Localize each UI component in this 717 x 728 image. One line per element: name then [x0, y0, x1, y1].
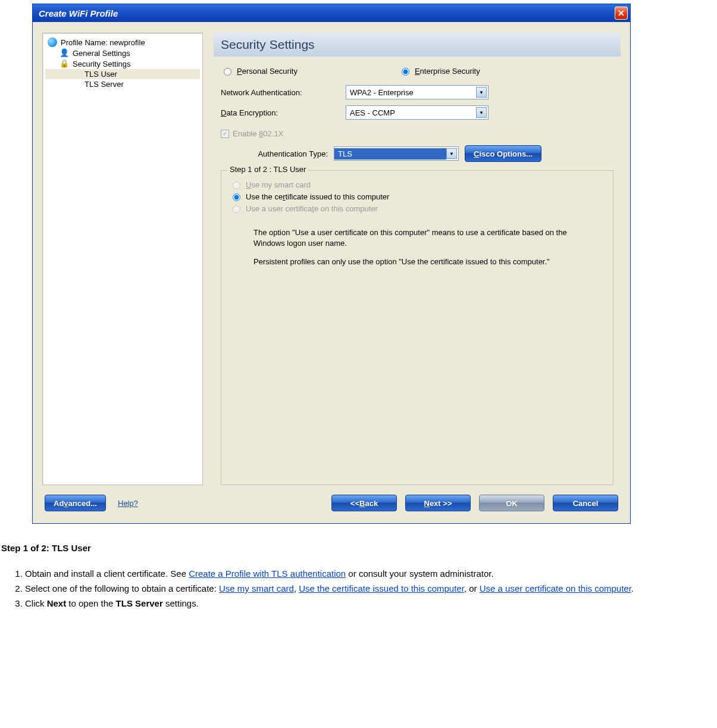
radio-smart-card: Use my smart cardUse my smart card	[230, 180, 605, 189]
help-link[interactable]: Help?	[118, 499, 138, 508]
next-button[interactable]: Next >>Next >>	[405, 495, 471, 511]
back-button[interactable]: << Back<< Back	[331, 495, 397, 511]
tree-item-general[interactable]: 👤 General Settings	[45, 48, 200, 58]
radio-personal-security[interactable]: PPersonal Securityersonal Security	[221, 66, 298, 76]
dialog-button-row: Advanced...Advanced... Help? << Back<< B…	[42, 493, 621, 513]
dialog-body: Profile Name: newprofile 👤 General Setti…	[33, 22, 630, 523]
tree-label: General Settings	[73, 49, 130, 58]
tree-item-security[interactable]: 🔒 Security Settings	[45, 58, 200, 69]
radio-input	[233, 205, 240, 213]
data-encryption-select[interactable]: AES - CCMP ▼	[346, 105, 489, 120]
select-value: AES - CCMP	[350, 108, 395, 117]
fieldset-help: The option "Use a user certificate on th…	[253, 227, 593, 276]
tree-label: TLS Server	[84, 80, 124, 89]
link-use-cert-computer[interactable]: Use the certificate issued to this compu…	[299, 583, 464, 593]
instruction-item-3: Click Next to open the TLS Server settin…	[25, 597, 713, 610]
instruction-text: Step 1 of 2: TLS User Obtain and install…	[0, 524, 717, 610]
tree-item-tls-user[interactable]: TLS User	[45, 69, 200, 79]
content-area: Security Settings PPersonal Securityerso…	[214, 33, 621, 485]
select-value: TLS	[334, 148, 446, 160]
cisco-options-button[interactable]: Cisco Options...Cisco Options...	[465, 145, 541, 162]
auth-type-row: Authentication Type: TLS ▼ Cisco Options…	[214, 145, 621, 162]
wifi-profile-dialog: Create WiFi Profile ✕ Profile Name: newp…	[32, 4, 631, 524]
enable-8021x-checkbox: ✓ Enable 802.1XEnable 802.1X	[214, 128, 621, 139]
link-use-smart-card[interactable]: Use my smart card	[219, 583, 294, 593]
radio-input[interactable]	[233, 193, 240, 201]
tree-label: TLS User	[84, 70, 117, 79]
radio-user-certificate: Use a user certificate on this computerU…	[230, 204, 605, 213]
window-title: Create WiFi Profile	[39, 8, 118, 18]
security-type-row: PPersonal Securityersonal Security Enter…	[214, 63, 621, 77]
instruction-item-2: Select one of the following to obtain a …	[25, 582, 713, 595]
ok-button[interactable]: OK	[479, 495, 544, 511]
chevron-down-icon: ▼	[476, 107, 487, 118]
tree-label: Security Settings	[73, 60, 131, 68]
auth-type-label: Authentication Type:	[221, 149, 328, 158]
checkbox-icon: ✓	[221, 130, 229, 138]
help-paragraph-1: The option "Use a user certificate on th…	[253, 227, 593, 248]
link-use-user-cert[interactable]: Use a user certificate on this computer	[480, 583, 631, 593]
lock-icon: 🔒	[60, 59, 69, 68]
link-create-profile-tls[interactable]: Create a Profile with TLS authentication	[189, 568, 346, 579]
instructions-heading: Step 1 of 2: TLS User	[1, 542, 713, 554]
advanced-button[interactable]: Advanced...Advanced...	[45, 495, 106, 511]
settings-icon: 👤	[60, 48, 69, 58]
close-button[interactable]: ✕	[615, 7, 628, 20]
select-value: WPA2 - Enterprise	[350, 88, 414, 97]
instruction-item-1: Obtain and install a client certificate.…	[25, 567, 713, 580]
chevron-down-icon: ▼	[476, 87, 487, 98]
tree-item-profile[interactable]: Profile Name: newprofile	[45, 37, 200, 48]
auth-form: Network Authentication: WPA2 - Enterpris…	[214, 83, 621, 122]
close-icon: ✕	[618, 8, 625, 18]
network-auth-select[interactable]: WPA2 - Enterprise ▼	[346, 85, 489, 99]
section-title: Security Settings	[214, 33, 621, 57]
tree-item-tls-server[interactable]: TLS Server	[45, 79, 200, 89]
help-paragraph-2: Persistent profiles can only use the opt…	[253, 257, 593, 267]
chevron-down-icon: ▼	[446, 148, 457, 159]
radio-enterprise-security[interactable]: Enterprise SecurityEnterprise Security	[399, 66, 480, 76]
radio-enterprise-input[interactable]	[402, 68, 409, 76]
auth-type-select[interactable]: TLS ▼	[334, 146, 459, 161]
cancel-button[interactable]: Cancel	[553, 495, 618, 511]
data-encryption-label: Data Encryption:Data Encryption:	[221, 108, 340, 117]
radio-personal-input[interactable]	[224, 68, 231, 76]
radio-input	[233, 182, 240, 189]
title-bar: Create WiFi Profile ✕	[33, 4, 630, 22]
tree-label: Profile Name: newprofile	[61, 38, 145, 47]
fieldset-legend: Step 1 of 2 : TLS User	[227, 165, 308, 174]
network-auth-label: Network Authentication:	[221, 88, 340, 97]
tls-user-fieldset: Step 1 of 2 : TLS User Use my smart card…	[221, 170, 613, 485]
radio-cert-this-computer[interactable]: Use the certificate issued to this compu…	[230, 192, 605, 201]
globe-icon	[48, 38, 57, 47]
nav-tree[interactable]: Profile Name: newprofile 👤 General Setti…	[42, 33, 203, 485]
